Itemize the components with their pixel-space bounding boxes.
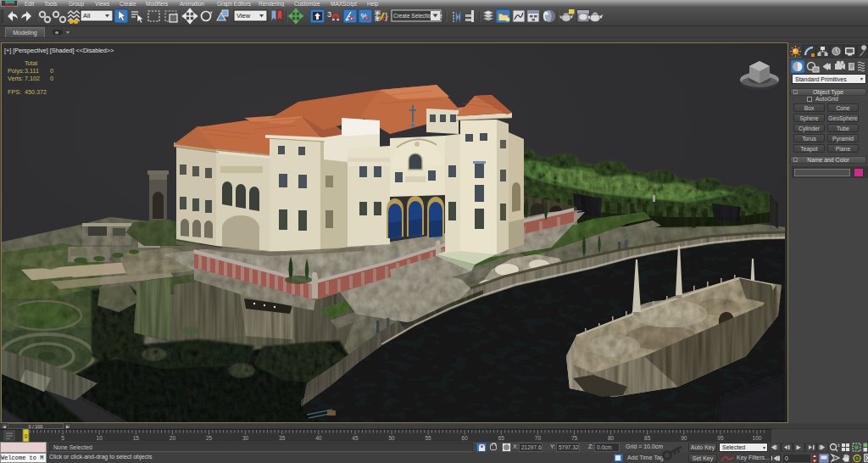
svg-text:15: 15 xyxy=(133,435,140,441)
svg-text:Verts:: Verts: xyxy=(8,75,23,82)
svg-text:%: % xyxy=(361,12,368,20)
svg-text:Polys:: Polys: xyxy=(8,67,25,75)
svg-text:0: 0 xyxy=(50,67,53,75)
svg-text:100: 100 xyxy=(753,435,762,441)
svg-text:View: View xyxy=(236,12,251,20)
svg-text:±: ± xyxy=(837,443,840,448)
svg-text:70: 70 xyxy=(535,435,542,441)
svg-text:[+] [Perspective] [Shaded] <<: [+] [Perspective] [Shaded] <<Disabled>> xyxy=(4,47,114,54)
svg-text:95: 95 xyxy=(717,435,724,441)
svg-text:50: 50 xyxy=(388,435,395,441)
svg-text:75: 75 xyxy=(571,435,578,441)
svg-text:35: 35 xyxy=(279,435,286,441)
svg-text:60: 60 xyxy=(462,435,469,441)
svg-text:10: 10 xyxy=(97,435,103,441)
svg-text:30: 30 xyxy=(242,435,249,441)
svg-text:450.372: 450.372 xyxy=(25,88,47,96)
svg-text:All: All xyxy=(83,12,91,20)
svg-text:{: { xyxy=(376,11,379,21)
svg-text:0: 0 xyxy=(50,75,53,82)
svg-text:85: 85 xyxy=(644,435,651,441)
svg-text:55: 55 xyxy=(425,435,431,441)
svg-text:0: 0 xyxy=(25,433,28,439)
svg-text:3: 3 xyxy=(327,10,331,19)
svg-text:45: 45 xyxy=(352,435,359,441)
svg-text:80: 80 xyxy=(608,435,615,441)
svg-text:90: 90 xyxy=(681,435,687,441)
svg-text:}: } xyxy=(385,11,388,21)
svg-text:Total: Total xyxy=(25,59,38,67)
svg-text:5: 5 xyxy=(61,435,64,441)
svg-text:40: 40 xyxy=(315,435,322,441)
svg-text:25: 25 xyxy=(206,435,213,441)
svg-text:FPS:: FPS: xyxy=(8,88,21,96)
svg-text:65: 65 xyxy=(498,435,505,441)
svg-text:7,102: 7,102 xyxy=(25,75,40,82)
svg-text:3,111: 3,111 xyxy=(25,67,39,75)
svg-text:0: 0 xyxy=(785,455,788,461)
svg-text:20: 20 xyxy=(170,435,176,441)
